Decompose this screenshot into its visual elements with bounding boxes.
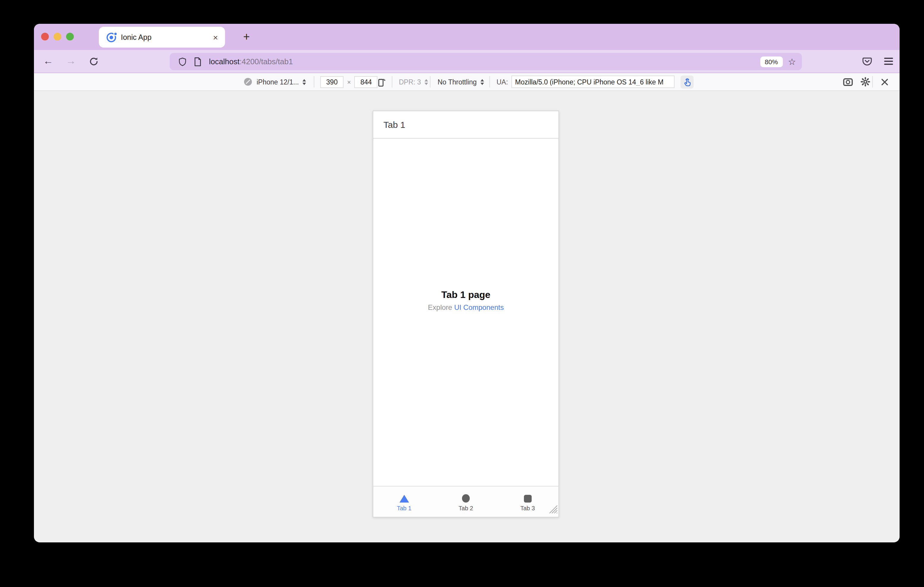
touch-pointer-icon bbox=[683, 77, 691, 87]
rdm-separator bbox=[489, 76, 490, 87]
rdm-separator bbox=[430, 76, 431, 87]
reload-button[interactable] bbox=[85, 50, 102, 72]
select-updown-icon bbox=[302, 79, 306, 85]
rdm-close-icon[interactable] bbox=[876, 73, 894, 90]
app-main: Tab 1 page Explore UI Components bbox=[373, 139, 558, 485]
throttling-label: No Throttling bbox=[437, 78, 477, 86]
rdm-content-area: Tab 1 Tab 1 page Explore UI Components T… bbox=[34, 91, 899, 541]
zoom-level-badge[interactable]: 80% bbox=[760, 56, 783, 67]
app-center-block: Tab 1 page Explore UI Components bbox=[373, 289, 558, 312]
shield-icon bbox=[178, 57, 187, 66]
dpr-label: DPR: 3 bbox=[399, 78, 421, 86]
device-compass-icon bbox=[244, 73, 252, 90]
tab-strip: Ionic App × + bbox=[34, 24, 899, 50]
device-selector[interactable]: iPhone 12/1... bbox=[257, 73, 306, 90]
rdm-separator bbox=[314, 76, 314, 87]
viewport-resize-handle[interactable] bbox=[549, 505, 558, 516]
tab-close-icon[interactable]: × bbox=[212, 32, 219, 43]
app-header-title: Tab 1 bbox=[383, 120, 405, 130]
url-text: localhost:4200/tabs/tab1 bbox=[209, 57, 760, 66]
dpr-selector[interactable]: DPR: 3 bbox=[399, 73, 428, 90]
dimension-x-label: × bbox=[347, 78, 351, 86]
page-info-icon bbox=[193, 57, 202, 66]
browser-tab[interactable]: Ionic App × bbox=[99, 27, 225, 48]
screenshot-camera-icon[interactable] bbox=[839, 73, 857, 90]
explore-prefix: Explore bbox=[428, 303, 454, 312]
app-tab-bar: Tab 1 Tab 2 Tab 3 bbox=[373, 486, 558, 517]
user-agent-group: UA: bbox=[497, 73, 675, 90]
back-button[interactable]: ← bbox=[40, 50, 56, 72]
device-viewport: Tab 1 Tab 1 page Explore UI Components T… bbox=[373, 111, 559, 518]
page-title: Tab 1 page bbox=[373, 289, 558, 300]
viewport-width-input[interactable] bbox=[320, 76, 343, 88]
square-icon bbox=[524, 493, 531, 502]
rotate-viewport-icon[interactable] bbox=[377, 73, 386, 90]
viewport-height-input[interactable] bbox=[355, 76, 378, 88]
device-selector-value: iPhone 12/1... bbox=[257, 78, 299, 86]
maximize-window-button[interactable] bbox=[66, 33, 74, 40]
rdm-separator bbox=[392, 76, 392, 87]
new-tab-button[interactable]: + bbox=[239, 29, 254, 44]
close-window-button[interactable] bbox=[41, 33, 49, 40]
rdm-toolbar: iPhone 12/1... × DPR: 3 bbox=[34, 73, 899, 91]
rdm-settings-gear-icon[interactable] bbox=[856, 73, 874, 90]
url-path: :4200/tabs/tab1 bbox=[239, 57, 293, 66]
tab-bar-label: Tab 3 bbox=[520, 505, 535, 511]
triangle-icon bbox=[399, 493, 409, 502]
app-header: Tab 1 bbox=[373, 111, 558, 138]
ionic-favicon-icon bbox=[107, 33, 116, 42]
ui-components-link[interactable]: UI Components bbox=[454, 303, 504, 312]
ellipse-icon bbox=[462, 493, 470, 502]
tab-bar-item-tab2[interactable]: Tab 2 bbox=[435, 487, 497, 517]
menu-hamburger-icon[interactable] bbox=[879, 50, 897, 72]
viewport-size-group: × bbox=[320, 73, 378, 90]
browser-window: Ionic App × + ← → bbox=[34, 24, 899, 543]
throttling-selector[interactable]: No Throttling bbox=[437, 73, 484, 90]
select-updown-icon bbox=[480, 79, 484, 85]
url-bar[interactable]: localhost:4200/tabs/tab1 80% ☆ bbox=[170, 53, 802, 70]
explore-line: Explore UI Components bbox=[373, 303, 558, 312]
tab-bar-item-tab1[interactable]: Tab 1 bbox=[373, 487, 435, 517]
select-updown-icon bbox=[424, 79, 428, 85]
touch-simulation-button[interactable] bbox=[680, 76, 694, 89]
forward-button[interactable]: → bbox=[63, 50, 79, 72]
pocket-icon[interactable] bbox=[858, 50, 876, 72]
screen: Ionic App × + ← → bbox=[0, 0, 924, 587]
tab-title: Ionic App bbox=[121, 33, 212, 41]
rdm-separator bbox=[872, 76, 873, 87]
minimize-window-button[interactable] bbox=[54, 33, 61, 40]
bookmark-star-icon[interactable]: ☆ bbox=[788, 56, 796, 67]
ua-label: UA: bbox=[497, 78, 508, 86]
user-agent-input[interactable] bbox=[512, 76, 675, 88]
url-host: localhost bbox=[209, 57, 239, 66]
tab-bar-label: Tab 1 bbox=[397, 505, 411, 511]
navigation-toolbar: ← → localhost:4200/tabs/tab1 80% ☆ bbox=[34, 50, 899, 73]
tab-bar-label: Tab 2 bbox=[459, 505, 473, 511]
